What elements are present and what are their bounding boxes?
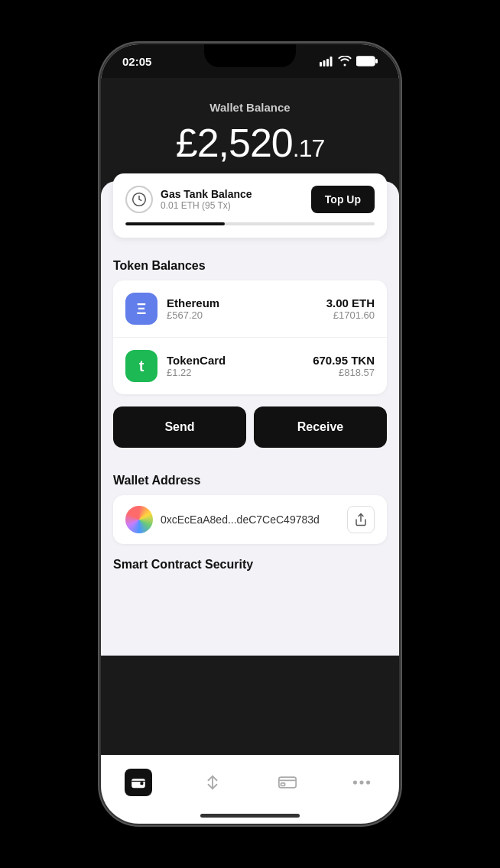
svg-rect-3 [330, 57, 333, 66]
smart-contract-label: Smart Contract Security [101, 544, 399, 579]
share-button[interactable] [347, 506, 375, 533]
gas-icon [125, 186, 153, 213]
token-right-tkn: 670.95 TKN £818.57 [313, 354, 375, 378]
svg-rect-2 [326, 59, 329, 66]
token-balances-label: Token Balances [101, 245, 399, 280]
wifi-icon [338, 56, 352, 66]
gas-progress-fill [125, 222, 225, 225]
top-up-button[interactable]: Top Up [311, 186, 375, 213]
phone-frame: 02:05 W [0, 0, 500, 868]
token-balances-card: Ξ Ethereum £567.20 3.00 ETH £1701.60 [113, 280, 387, 394]
tkn-name: TokenCard [167, 354, 226, 367]
gas-tank-header: Gas Tank Balance 0.01 ETH (95 Tx) Top Up [125, 186, 375, 213]
tkn-value: £818.57 [313, 367, 375, 378]
eth-info: Ethereum £567.20 [167, 296, 219, 321]
eth-amount: 3.00 ETH [326, 296, 375, 309]
receive-button[interactable]: Receive [254, 406, 387, 448]
gas-tank-subtitle: 0.01 ETH (95 Tx) [161, 200, 252, 211]
svg-point-16 [366, 780, 370, 784]
address-avatar [125, 506, 153, 533]
svg-rect-9 [140, 782, 143, 785]
battery-icon [356, 56, 378, 66]
nav-transfer[interactable] [183, 763, 242, 802]
wallet-balance-label: Wallet Balance [116, 101, 384, 114]
notch [204, 44, 296, 67]
nav-more[interactable] [333, 763, 391, 802]
token-left-eth: Ξ Ethereum £567.20 [125, 293, 219, 325]
svg-rect-13 [281, 782, 284, 785]
gas-tank-text: Gas Tank Balance 0.01 ETH (95 Tx) [161, 188, 252, 211]
send-button[interactable]: Send [113, 406, 246, 448]
eth-name: Ethereum [167, 296, 219, 309]
tkn-info: TokenCard £1.22 [167, 354, 226, 378]
nav-wallet[interactable] [109, 763, 167, 802]
eth-icon: Ξ [125, 293, 157, 325]
balance-currency: £ [176, 121, 197, 165]
gas-progress-bar [125, 222, 375, 225]
balance-main: 2,520 [197, 121, 293, 165]
wallet-header: Wallet Balance £2,520.17 [101, 78, 399, 189]
svg-rect-4 [356, 57, 375, 66]
gas-tank-title: Gas Tank Balance [161, 188, 252, 200]
more-nav-icon [348, 769, 375, 796]
tkn-icon: t [125, 350, 157, 382]
svg-rect-0 [320, 62, 322, 66]
signal-icon [320, 57, 333, 66]
status-icons [320, 56, 378, 66]
svg-point-15 [360, 780, 364, 784]
address-text: 0xcEcEaA8ed...deC7CeC49783d [161, 513, 320, 526]
card-nav-icon [274, 769, 301, 796]
content-area: Gas Tank Balance 0.01 ETH (95 Tx) Top Up… [101, 181, 399, 656]
tkn-amount: 670.95 TKN [313, 354, 375, 367]
token-left-tkn: t TokenCard £1.22 [125, 350, 226, 382]
token-row-eth: Ξ Ethereum £567.20 3.00 ETH £1701.60 [113, 280, 387, 337]
gas-tank-info: Gas Tank Balance 0.01 ETH (95 Tx) [125, 186, 252, 213]
gas-tank-card: Gas Tank Balance 0.01 ETH (95 Tx) Top Up [113, 173, 387, 238]
tkn-fiat: £1.22 [167, 367, 226, 378]
wallet-balance-amount: £2,520.17 [116, 120, 384, 166]
balance-cents: .17 [293, 134, 324, 162]
eth-fiat: £567.20 [167, 309, 219, 321]
svg-rect-1 [323, 60, 326, 66]
eth-value: £1701.60 [326, 309, 375, 321]
home-indicator [200, 814, 300, 818]
screen: Wallet Balance £2,520.17 [101, 78, 399, 824]
wallet-address-label: Wallet Address [101, 460, 399, 495]
token-right-eth: 3.00 ETH £1701.60 [326, 296, 375, 321]
wallet-address-card: 0xcEcEaA8ed...deC7CeC49783d [113, 495, 387, 544]
action-buttons: Send Receive [113, 406, 387, 448]
svg-rect-5 [375, 59, 378, 63]
svg-point-14 [353, 780, 357, 784]
transfer-nav-icon [199, 769, 226, 796]
phone-body: 02:05 W [101, 44, 399, 824]
address-left: 0xcEcEaA8ed...deC7CeC49783d [125, 506, 320, 533]
nav-card[interactable] [258, 763, 317, 802]
wallet-nav-icon [125, 769, 152, 796]
token-row-tkn: t TokenCard £1.22 670.95 TKN £818.57 [113, 337, 387, 394]
status-time: 02:05 [122, 55, 151, 68]
